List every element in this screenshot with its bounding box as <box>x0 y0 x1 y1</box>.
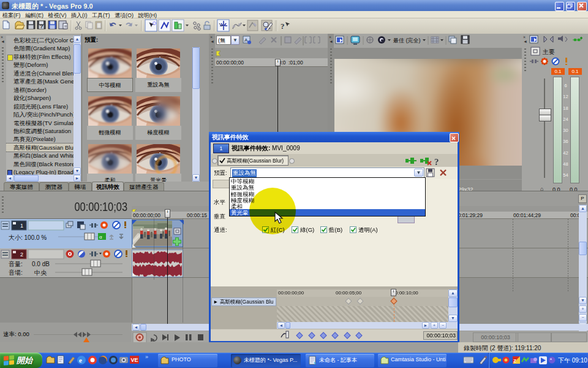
svg-text:大小: 100.0 %: 大小: 100.0 % <box>9 234 47 241</box>
svg-text:α: α <box>99 234 102 240</box>
svg-text:音量:: 音量: <box>9 261 23 267</box>
svg-text:Z: Z <box>513 358 516 364</box>
svg-text:?: ? <box>281 21 285 31</box>
svg-text:音場:: 音場: <box>9 269 23 276</box>
svg-text:0.0 dB: 0.0 dB <box>32 261 50 267</box>
svg-text:?: ? <box>434 157 439 167</box>
svg-text:e: e <box>79 356 82 364</box>
svg-text:1: 1 <box>20 223 23 229</box>
svg-text:VE: VE <box>131 357 138 363</box>
svg-text:中央: 中央 <box>34 269 47 276</box>
svg-text:最佳 (完全): 最佳 (完全) <box>393 37 421 44</box>
svg-text:主要: 主要 <box>542 48 555 55</box>
svg-text:?: ? <box>40 23 43 29</box>
svg-text:2: 2 <box>20 251 23 258</box>
svg-text:»: » <box>145 354 148 360</box>
